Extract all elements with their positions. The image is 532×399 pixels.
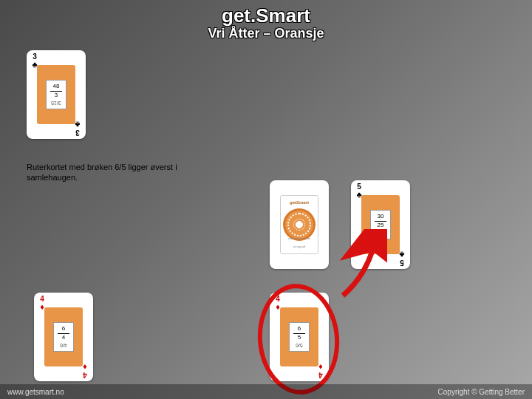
card-top-left: 3 ♣ 3 ♣ 48 3 3/15: [27, 50, 86, 139]
card-body: 6 5 5/6: [280, 307, 318, 366]
footer-copyright: Copyright © Getting Better: [438, 388, 525, 396]
header: get.Smart Vri Åtter – Oransje: [0, 0, 532, 41]
card-back-brand: getSmart: [281, 200, 318, 205]
card-bottom-center: 4 ♦ 4 ♦ 6 5 5/6: [270, 293, 329, 381]
page-subtitle: Vri Åtter – Oransje: [0, 26, 532, 41]
card-body: 48 3 3/15: [37, 65, 75, 124]
footer: www.getsmart.no Copyright © Getting Bett…: [0, 384, 532, 399]
card-back-body: getSmart www.getsmart.no getSmart: [280, 195, 318, 254]
page-title: get.Smart: [0, 4, 532, 27]
caption-text: Ruterkortet med brøken 6/5 ligger øverst…: [27, 163, 219, 183]
card-body: 6 4 4/6: [44, 307, 83, 366]
fraction-box: 6 4 4/6: [53, 322, 74, 352]
card-deck-back: getSmart www.getsmart.no getSmart: [270, 180, 329, 269]
fraction-box: 6 5 5/6: [289, 322, 310, 352]
fraction-box: 48 3 3/15: [46, 80, 66, 109]
card-body: 30 25 5/16: [361, 195, 400, 254]
fraction-box: 30 25 5/16: [370, 210, 391, 239]
card-middle-right: 5 ♣ 5 ♣ 30 25 5/16: [351, 180, 410, 269]
footer-url: www.getsmart.no: [7, 388, 64, 396]
card-bottom-left: 4 ♦ 4 ♦ 6 4 4/6: [34, 293, 93, 381]
card-back-url: www.getsmart.no: [281, 236, 318, 240]
